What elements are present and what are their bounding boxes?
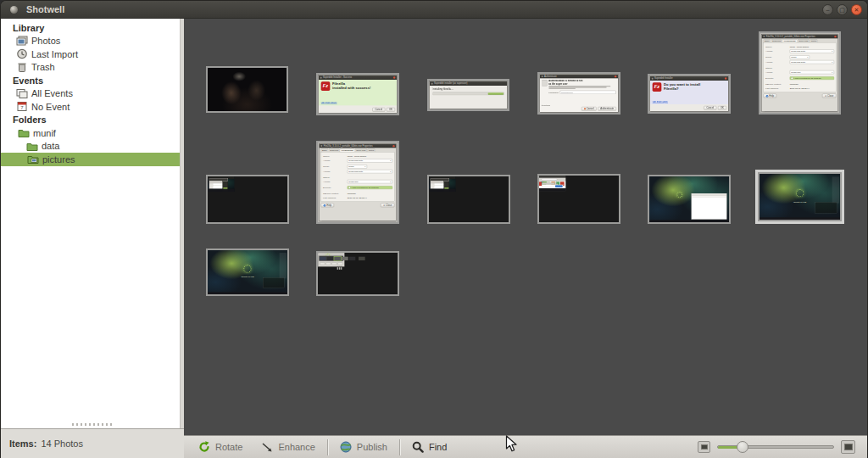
enhance-button[interactable]: Enhance <box>252 436 324 458</box>
photo-thumbnail[interactable]: Superdeb Installer Fz Do you want to ins… <box>648 74 731 114</box>
no-event-icon: 7 <box>16 101 28 112</box>
publish-icon <box>340 441 352 453</box>
sidebar-category-events[interactable]: Events <box>1 74 180 87</box>
sidebar-item-trash[interactable]: Trash <box>1 61 180 75</box>
installer-success-photo: Superdeb Installer - Success Fz Filezill… <box>318 75 398 114</box>
window-title: Shotwell <box>26 4 64 14</box>
photo-thumbnail[interactable] <box>427 175 510 224</box>
thumbnail-zoom-control <box>698 440 862 454</box>
rotate-button[interactable]: Rotate <box>189 436 252 458</box>
sidebar-category-library[interactable]: Library <box>1 21 180 35</box>
mate-desktop-photo: ubuntu MATE <box>760 174 840 220</box>
zoom-in-button[interactable] <box>841 440 855 454</box>
find-button[interactable]: Find <box>403 436 456 458</box>
photo-thumbnail[interactable]: FileZilla_3.10.0.2_portable_64bits.exe P… <box>316 141 399 224</box>
installer-question-photo: Superdeb Installer Fz Do you want to ins… <box>649 75 729 112</box>
minimize-button[interactable]: – <box>822 4 833 15</box>
photo-thumbnail[interactable]: Authenticate Authentication is needed to… <box>537 72 620 114</box>
title-bar[interactable]: Shotwell – ▢ ✕ <box>1 1 867 19</box>
sidebar-item-folder-data[interactable]: data <box>1 140 180 154</box>
all-events-icon <box>16 88 28 99</box>
photo-thumbnail[interactable]: Superdeb Installer - Success Fz Filezill… <box>316 73 399 115</box>
sidebar-scrollbar[interactable] <box>180 19 184 428</box>
rotate-icon <box>198 441 210 453</box>
app-icon <box>10 6 18 14</box>
zoom-in-icon <box>844 444 853 450</box>
items-status-bar: Items: 14 Photos <box>1 428 184 458</box>
photo-thumbnail[interactable] <box>316 251 399 296</box>
item-label: All Events <box>31 88 73 98</box>
sidebar-item-folder-munif[interactable]: munif <box>1 126 180 140</box>
sidebar-tree: Library Photos Last Import <box>1 19 180 428</box>
photo-thumbnail[interactable] <box>537 174 620 224</box>
dialog-close-icon <box>393 76 395 78</box>
auth-key-icon <box>542 80 547 86</box>
auth-dialog-photo: Authenticate Authentication is needed to… <box>539 74 619 113</box>
photo-thumbnail[interactable]: Superdeb installer (as superuser) Instal… <box>427 79 509 111</box>
sidebar-item-last-import[interactable]: Last Import <box>1 47 180 61</box>
photos-icon <box>16 36 28 47</box>
item-label: No Event <box>31 102 70 112</box>
photo-thumbnail-selected[interactable]: ubuntu MATE <box>758 172 842 221</box>
rotate-label: Rotate <box>215 442 242 452</box>
installer-progress-photo: Superdeb installer (as superuser) Instal… <box>429 81 508 109</box>
photo-thumbnail[interactable] <box>648 175 731 224</box>
items-count: 14 Photos <box>41 438 83 449</box>
toolbar-separator <box>399 439 400 455</box>
image-viewer-photo <box>318 253 344 266</box>
item-label: Last Import <box>31 49 78 59</box>
mate-desktop-photo: ubuntu MATE <box>208 250 287 294</box>
item-label: Photos <box>31 36 60 46</box>
desktop-window-photo <box>649 176 729 222</box>
category-label: Library <box>13 23 44 33</box>
publish-label: Publish <box>357 442 387 452</box>
maximize-button[interactable]: ▢ <box>837 4 848 15</box>
items-label: Items: <box>9 438 36 449</box>
bottom-toolbar: Rotate Enhance Publish Find <box>184 435 867 458</box>
filezilla-logo: Fz <box>321 81 331 91</box>
photo-thumbnail[interactable]: FileZilla_3.10.0.2_portable_64bits.exe P… <box>759 31 841 114</box>
find-icon <box>412 441 424 453</box>
category-label: Events <box>13 75 43 86</box>
item-label: data <box>42 141 59 151</box>
sidebar-resize-handle[interactable] <box>72 423 113 426</box>
category-label: Folders <box>13 114 47 125</box>
sidebar-item-photos[interactable]: Photos <box>1 35 180 48</box>
browser-page-photo <box>539 176 565 191</box>
sidebar-item-no-event[interactable]: 7 No Event <box>1 100 180 114</box>
sidebar-item-folder-pictures[interactable]: pictures <box>1 153 180 166</box>
last-import-icon <box>16 48 28 59</box>
zoom-out-button[interactable] <box>698 441 710 453</box>
find-label: Find <box>429 442 447 452</box>
sidebar: Library Photos Last Import <box>1 19 184 458</box>
zoom-slider[interactable] <box>717 441 834 453</box>
window-controls: – ▢ ✕ <box>822 4 862 15</box>
trash-icon <box>16 62 28 73</box>
enhance-icon <box>261 441 273 453</box>
toolbar-separator <box>327 439 328 455</box>
folder-icon <box>26 141 38 152</box>
movie-scene-photo <box>208 68 287 111</box>
enhance-label: Enhance <box>278 442 314 452</box>
folder-icon <box>18 127 30 138</box>
item-label: munif <box>33 128 56 138</box>
photo-thumbnail[interactable] <box>206 175 289 224</box>
close-button[interactable]: ✕ <box>851 4 862 15</box>
desktop-filemanager-photo <box>429 176 455 192</box>
sidebar-item-all-events[interactable]: All Events <box>1 87 180 101</box>
photo-thumbnail[interactable]: ubuntu MATE <box>206 249 289 296</box>
publish-button[interactable]: Publish <box>331 436 397 458</box>
shotwell-window: Shotwell – ▢ ✕ Library Photos <box>0 0 868 458</box>
zoom-out-icon <box>701 444 708 450</box>
sidebar-category-folders[interactable]: Folders <box>1 114 180 127</box>
desktop-filemanager-photo <box>208 176 234 192</box>
pictures-folder-icon <box>27 154 39 165</box>
filezilla-logo: Fz <box>653 82 662 92</box>
item-label: Trash <box>31 62 55 72</box>
zoom-slider-thumb[interactable] <box>737 441 748 453</box>
properties-dialog-photo: FileZilla_3.10.0.2_portable_64bits.exe P… <box>760 33 839 113</box>
properties-dialog-photo: FileZilla_3.10.0.2_portable_64bits.exe P… <box>318 142 398 222</box>
photo-thumbnail[interactable] <box>206 66 288 113</box>
item-label: pictures <box>42 154 75 165</box>
